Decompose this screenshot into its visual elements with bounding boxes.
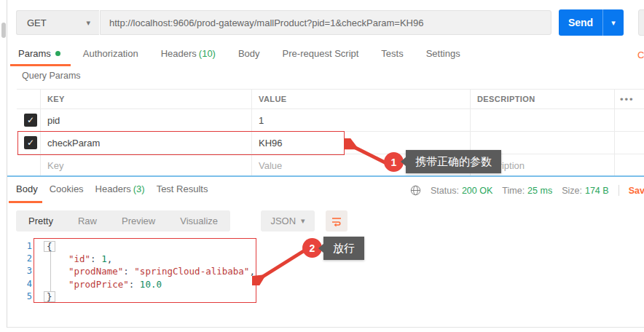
method-select[interactable]: GET ▾ bbox=[16, 10, 99, 35]
params-menu-icon[interactable]: ••• bbox=[620, 94, 635, 105]
save-response-button[interactable]: Save Response bbox=[629, 186, 644, 196]
column-header-description: DESCRIPTION bbox=[470, 95, 614, 103]
query-params-table: KEY VALUE DESCRIPTION ••• ✓ pid 1 ✓ chec… bbox=[17, 89, 644, 176]
chevron-down-icon: ▾ bbox=[86, 18, 90, 28]
send-button[interactable]: Send ▾ bbox=[559, 9, 624, 36]
view-pretty[interactable]: Pretty bbox=[16, 210, 66, 232]
url-value: http://localhost:9606/prod-gateway/mallP… bbox=[109, 17, 423, 28]
time-label: Time: bbox=[502, 186, 525, 196]
tab-authorization[interactable]: Authorization bbox=[83, 48, 138, 59]
meta-divider bbox=[619, 185, 619, 196]
table-row: ✓ pid 1 bbox=[17, 109, 644, 132]
column-header-value: VALUE bbox=[251, 95, 470, 103]
send-dropdown-icon[interactable]: ▾ bbox=[603, 9, 624, 36]
table-row: ✓ checkParam KH96 bbox=[17, 132, 644, 154]
param-value-field[interactable]: 1 bbox=[251, 115, 470, 126]
code-line: { bbox=[44, 240, 255, 253]
code-line: "prodPrice": 10.0 bbox=[44, 278, 255, 290]
wrap-text-button[interactable] bbox=[326, 210, 347, 232]
postman-window: GET ▾ http://localhost:9606/prod-gateway… bbox=[0, 0, 644, 332]
column-header-key: KEY bbox=[40, 95, 251, 103]
response-body-json[interactable]: { "id": 1, "prodName": "springCloud-alib… bbox=[44, 240, 255, 303]
method-value: GET bbox=[27, 17, 47, 28]
tab-test-results[interactable]: Test Results bbox=[157, 183, 208, 194]
network-globe-icon bbox=[410, 185, 421, 196]
body-view-switcher: Pretty Raw Preview Visualize bbox=[16, 210, 230, 232]
size-value: 174 B bbox=[585, 186, 609, 196]
wrap-text-icon bbox=[331, 216, 342, 227]
column-divider bbox=[40, 89, 41, 176]
row-checkbox[interactable]: ✓ bbox=[24, 114, 37, 127]
tab-settings[interactable]: Settings bbox=[426, 48, 460, 59]
left-scrollbar-thumb[interactable] bbox=[1, 23, 6, 38]
row-checkbox[interactable]: ✓ bbox=[24, 136, 37, 149]
view-preview[interactable]: Preview bbox=[109, 210, 168, 232]
params-active-dot-icon bbox=[55, 51, 60, 56]
save-request-button-partial[interactable] bbox=[638, 9, 644, 36]
fold-toggle[interactable]: } bbox=[44, 291, 55, 302]
fold-toggle[interactable]: { bbox=[44, 241, 55, 252]
chevron-down-icon: ▾ bbox=[301, 216, 305, 226]
code-line: "id": 1, bbox=[44, 253, 255, 265]
tab-tests[interactable]: Tests bbox=[381, 48, 403, 59]
tab-response-body[interactable]: Body bbox=[16, 183, 38, 194]
format-select[interactable]: JSON ▾ bbox=[261, 210, 315, 232]
column-divider bbox=[614, 89, 615, 176]
annotation-label-2: 放行 bbox=[323, 237, 364, 260]
tab-body[interactable]: Body bbox=[238, 48, 260, 59]
active-response-tab-underline bbox=[9, 201, 42, 203]
param-key-field[interactable]: Key bbox=[40, 160, 251, 171]
check-icon: ✓ bbox=[27, 115, 34, 125]
active-tab-underline bbox=[10, 64, 71, 66]
annotation-label-1: 携带正确的参数 bbox=[406, 150, 501, 173]
request-tabs: Params Authorization Headers(10) Body Pr… bbox=[18, 48, 460, 59]
cookies-link[interactable]: Cookies bbox=[637, 50, 644, 60]
line-numbers: 1 2 3 4 5 bbox=[20, 240, 32, 303]
view-raw[interactable]: Raw bbox=[66, 210, 109, 232]
tab-response-cookies[interactable]: Cookies bbox=[50, 183, 84, 194]
query-params-title: Query Params bbox=[22, 71, 81, 81]
status-label: Status: bbox=[431, 186, 459, 196]
request-response-divider[interactable] bbox=[7, 175, 644, 177]
tab-headers[interactable]: Headers(10) bbox=[161, 48, 216, 59]
size-label: Size: bbox=[562, 186, 582, 196]
left-pane-divider bbox=[7, 0, 7, 328]
time-value: 25 ms bbox=[527, 186, 552, 196]
url-input[interactable]: http://localhost:9606/prod-gateway/mallP… bbox=[100, 10, 551, 35]
table-row-empty: Key Value Description bbox=[17, 154, 644, 176]
table-header-row: KEY VALUE DESCRIPTION ••• bbox=[17, 89, 644, 109]
param-key-field[interactable]: pid bbox=[40, 115, 251, 126]
tab-response-headers[interactable]: Headers(3) bbox=[95, 183, 145, 194]
tab-params[interactable]: Params bbox=[18, 48, 60, 59]
tab-pre-request-script[interactable]: Pre-request Script bbox=[283, 48, 359, 59]
code-line: } bbox=[44, 290, 255, 303]
view-visualize[interactable]: Visualize bbox=[168, 210, 230, 232]
param-key-field[interactable]: checkParam bbox=[40, 138, 251, 149]
check-icon: ✓ bbox=[27, 138, 34, 148]
format-value: JSON bbox=[270, 216, 296, 226]
bottom-divider bbox=[7, 327, 644, 328]
send-label: Send bbox=[559, 9, 602, 36]
status-badge: 200 OK bbox=[462, 186, 492, 196]
response-meta: Status:200 OK Time:25 ms Size:174 B Save… bbox=[410, 185, 644, 196]
code-line: "prodName": "springCloud-alibaba", bbox=[44, 265, 255, 277]
response-tabs: Body Cookies Headers(3) Test Results bbox=[16, 183, 208, 194]
column-divider bbox=[251, 89, 252, 176]
